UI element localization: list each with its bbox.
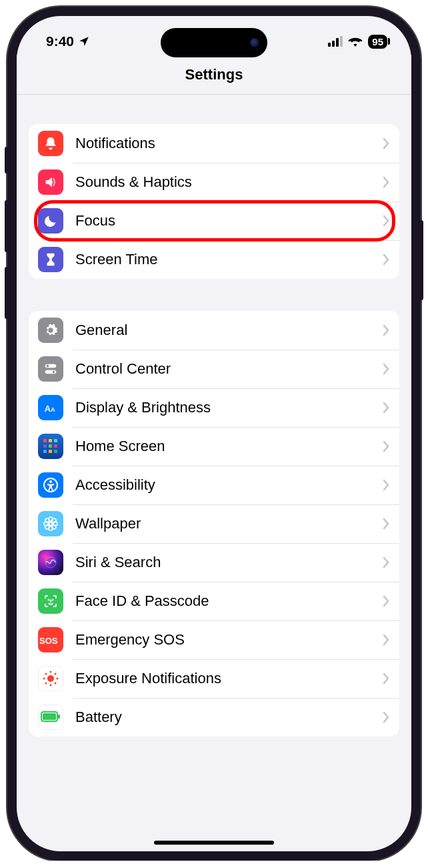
settings-row-accessibility[interactable]: Accessibility bbox=[29, 466, 399, 504]
row-label: Accessibility bbox=[75, 476, 382, 494]
chevron-right-icon bbox=[382, 711, 390, 724]
volume-up bbox=[5, 200, 9, 252]
row-label: Home Screen bbox=[75, 438, 382, 455]
settings-row-home-screen[interactable]: Home Screen bbox=[29, 427, 399, 466]
svg-point-30 bbox=[47, 675, 54, 682]
chevron-right-icon bbox=[382, 594, 390, 608]
svg-rect-10 bbox=[49, 444, 52, 448]
speaker-icon bbox=[38, 169, 63, 195]
chevron-right-icon bbox=[382, 253, 390, 266]
settings-row-face-id[interactable]: Face ID & Passcode bbox=[29, 582, 399, 620]
row-label: Notifications bbox=[75, 135, 382, 152]
page-title: Settings bbox=[185, 66, 243, 83]
svg-rect-6 bbox=[43, 439, 47, 442]
chevron-right-icon bbox=[382, 137, 390, 150]
svg-point-38 bbox=[55, 683, 57, 685]
svg-text:A: A bbox=[45, 404, 51, 414]
svg-text:A: A bbox=[51, 406, 55, 413]
textsize-icon: AA bbox=[38, 395, 63, 420]
settings-group: NotificationsSounds & HapticsFocusScreen… bbox=[29, 124, 399, 279]
row-label: Control Center bbox=[75, 360, 382, 378]
status-time: 9:40 bbox=[46, 33, 74, 49]
chevron-right-icon bbox=[382, 175, 390, 189]
chevron-right-icon bbox=[382, 633, 390, 646]
svg-rect-8 bbox=[54, 439, 57, 442]
svg-rect-11 bbox=[54, 444, 57, 448]
row-label: Wallpaper bbox=[75, 515, 382, 532]
svg-point-35 bbox=[45, 673, 47, 675]
svg-point-27 bbox=[49, 600, 49, 600]
chevron-right-icon bbox=[382, 517, 390, 530]
svg-point-34 bbox=[57, 678, 59, 680]
settings-row-siri-search[interactable]: Siri & Search bbox=[29, 543, 399, 582]
svg-text:SOS: SOS bbox=[39, 636, 58, 646]
volume-down bbox=[5, 267, 9, 319]
svg-point-33 bbox=[43, 678, 45, 680]
svg-point-16 bbox=[49, 480, 52, 483]
flower-icon bbox=[38, 511, 63, 536]
row-label: Sounds & Haptics bbox=[75, 173, 382, 191]
row-label: General bbox=[75, 322, 382, 339]
chevron-right-icon bbox=[382, 214, 390, 228]
wifi-icon bbox=[348, 36, 363, 47]
settings-row-wallpaper[interactable]: Wallpaper bbox=[29, 504, 399, 543]
cellular-signal-icon bbox=[328, 36, 343, 47]
battery-icon bbox=[38, 705, 63, 730]
svg-point-31 bbox=[50, 671, 52, 673]
settings-row-battery[interactable]: Battery bbox=[29, 698, 399, 737]
row-label: Exposure Notifications bbox=[75, 670, 382, 687]
svg-rect-12 bbox=[43, 450, 47, 453]
row-label: Battery bbox=[75, 709, 382, 726]
svg-point-3 bbox=[53, 371, 55, 374]
row-label: Emergency SOS bbox=[75, 631, 382, 648]
gear-icon bbox=[38, 318, 63, 343]
battery-indicator: 95 bbox=[368, 35, 387, 49]
apps-icon bbox=[38, 434, 63, 459]
row-label: Screen Time bbox=[75, 251, 382, 268]
nav-header: Settings bbox=[17, 55, 411, 95]
settings-row-sounds-haptics[interactable]: Sounds & Haptics bbox=[29, 163, 399, 201]
sos-icon: SOS bbox=[38, 627, 63, 653]
moon-icon bbox=[38, 208, 63, 234]
chevron-right-icon bbox=[382, 478, 390, 492]
settings-group: GeneralControl CenterAADisplay & Brightn… bbox=[29, 311, 399, 737]
home-indicator[interactable] bbox=[154, 841, 274, 845]
chevron-right-icon bbox=[382, 324, 390, 337]
svg-point-37 bbox=[45, 683, 47, 685]
chevron-right-icon bbox=[382, 440, 390, 453]
settings-row-screen-time[interactable]: Screen Time bbox=[29, 240, 399, 279]
row-label: Face ID & Passcode bbox=[75, 592, 382, 610]
location-arrow-icon bbox=[78, 35, 90, 47]
row-label: Focus bbox=[75, 212, 382, 230]
svg-point-17 bbox=[49, 522, 53, 526]
settings-row-focus[interactable]: Focus bbox=[29, 201, 399, 240]
faceid-icon bbox=[38, 588, 63, 614]
settings-row-general[interactable]: General bbox=[29, 311, 399, 350]
svg-point-36 bbox=[55, 673, 57, 675]
row-label: Display & Brightness bbox=[75, 399, 382, 416]
exposure-icon bbox=[38, 666, 63, 691]
svg-rect-13 bbox=[49, 450, 52, 453]
siri-icon bbox=[38, 550, 63, 575]
settings-row-control-center[interactable]: Control Center bbox=[29, 350, 399, 388]
svg-point-28 bbox=[53, 600, 53, 600]
battery-level: 95 bbox=[372, 36, 383, 47]
chevron-right-icon bbox=[382, 362, 390, 376]
chevron-right-icon bbox=[382, 401, 390, 414]
phone-frame: 9:40 95 Settings NotificationsSounds & H… bbox=[7, 7, 421, 861]
accessibility-icon bbox=[38, 472, 63, 498]
power-button bbox=[419, 220, 423, 300]
settings-row-notifications[interactable]: Notifications bbox=[29, 124, 399, 163]
bell-icon bbox=[38, 131, 63, 156]
row-label: Siri & Search bbox=[75, 554, 382, 571]
settings-row-emergency-sos[interactable]: SOSEmergency SOS bbox=[29, 620, 399, 659]
settings-row-display-brightness[interactable]: AADisplay & Brightness bbox=[29, 388, 399, 427]
settings-row-exposure-notifications[interactable]: Exposure Notifications bbox=[29, 659, 399, 698]
settings-list[interactable]: NotificationsSounds & HapticsFocusScreen… bbox=[17, 124, 411, 737]
svg-rect-9 bbox=[43, 444, 47, 448]
svg-point-32 bbox=[50, 685, 52, 687]
svg-point-1 bbox=[47, 365, 49, 368]
chevron-right-icon bbox=[382, 672, 390, 685]
svg-rect-40 bbox=[43, 713, 56, 720]
svg-rect-7 bbox=[49, 439, 52, 442]
